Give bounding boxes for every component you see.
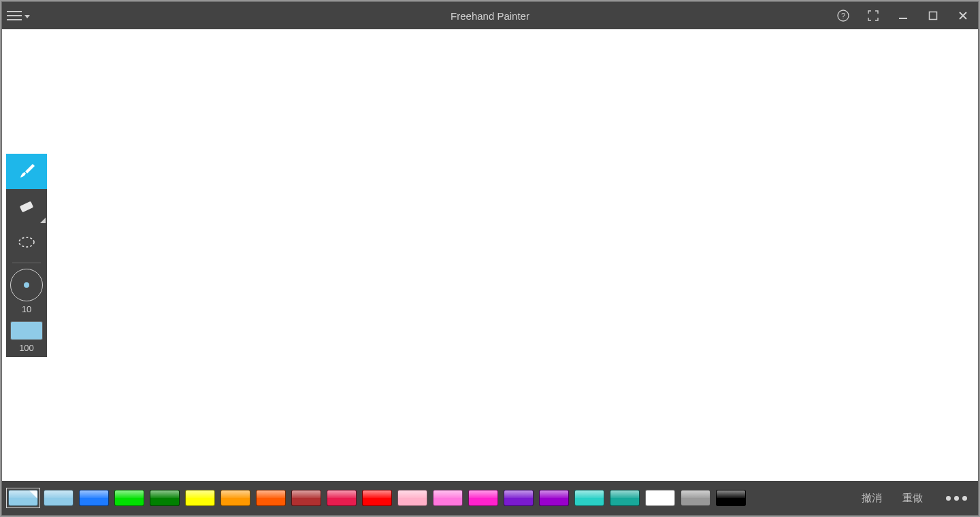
brush-tool[interactable]	[6, 154, 47, 189]
brush-size-ring	[10, 269, 43, 301]
color-swatch[interactable]	[608, 488, 642, 508]
help-icon: ?	[837, 10, 849, 22]
eraser-tool[interactable]	[6, 189, 47, 224]
color-swatch[interactable]	[360, 488, 394, 508]
svg-rect-2	[899, 18, 907, 19]
maximize-button[interactable]	[918, 2, 948, 29]
left-toolbar: 10 100	[6, 154, 47, 357]
submenu-indicator-icon	[40, 218, 46, 223]
svg-rect-3	[930, 12, 937, 20]
color-swatch[interactable]	[395, 488, 429, 508]
color-swatch[interactable]	[325, 488, 359, 508]
brush-opacity-control[interactable]: 100	[10, 321, 43, 353]
color-palette	[6, 488, 748, 508]
chevron-down-icon	[24, 15, 30, 18]
fullscreen-button[interactable]	[858, 2, 888, 29]
color-swatch[interactable]	[643, 488, 677, 508]
color-swatch[interactable]	[218, 488, 252, 508]
bottombar: 撤消 重做	[2, 481, 978, 515]
lasso-icon	[16, 232, 37, 252]
color-swatch[interactable]	[431, 488, 465, 508]
color-swatch[interactable]	[42, 488, 76, 508]
window-controls: ?	[828, 2, 978, 29]
main-menu-button[interactable]	[2, 2, 35, 29]
brush-size-dot	[24, 282, 29, 288]
color-swatch[interactable]	[537, 488, 571, 508]
dot-icon	[946, 496, 951, 501]
brush-opacity-value: 100	[19, 343, 34, 353]
svg-point-5	[19, 237, 34, 247]
color-swatch[interactable]	[572, 488, 606, 508]
minimize-button[interactable]	[888, 2, 918, 29]
lasso-tool[interactable]	[6, 224, 47, 260]
bottombar-actions: 撤消 重做	[862, 492, 974, 505]
svg-rect-4	[20, 201, 34, 213]
dot-icon	[962, 496, 967, 501]
color-swatch[interactable]	[466, 488, 500, 508]
maximize-icon	[928, 11, 938, 20]
color-swatch[interactable]	[254, 488, 288, 508]
brush-size-value: 10	[22, 304, 31, 314]
minimize-icon	[898, 11, 908, 20]
color-swatch[interactable]	[679, 488, 713, 508]
opacity-swatch	[10, 321, 43, 340]
toolbar-divider	[12, 263, 41, 263]
color-swatch[interactable]	[502, 488, 536, 508]
close-button[interactable]	[948, 2, 978, 29]
color-swatch[interactable]	[183, 488, 217, 508]
fullscreen-icon	[868, 10, 879, 21]
redo-button[interactable]: 重做	[902, 492, 923, 505]
brush-icon	[16, 161, 37, 182]
hamburger-icon	[7, 11, 22, 20]
brush-size-control[interactable]: 10	[10, 269, 43, 314]
eraser-icon	[16, 197, 37, 217]
close-icon	[958, 11, 968, 20]
dot-icon	[954, 496, 959, 501]
svg-text:?: ?	[841, 12, 845, 20]
color-swatch[interactable]	[6, 488, 40, 508]
color-swatch[interactable]	[289, 488, 323, 508]
more-button[interactable]	[943, 496, 970, 501]
color-swatch[interactable]	[112, 488, 146, 508]
app-window: Freehand Painter ?	[1, 1, 979, 516]
color-swatch[interactable]	[714, 488, 748, 508]
undo-button[interactable]: 撤消	[862, 492, 882, 505]
color-swatch[interactable]	[148, 488, 182, 508]
canvas-area[interactable]: 10 100	[2, 29, 978, 481]
color-swatch[interactable]	[77, 488, 111, 508]
help-button[interactable]: ?	[828, 2, 858, 29]
titlebar: Freehand Painter ?	[2, 2, 978, 29]
